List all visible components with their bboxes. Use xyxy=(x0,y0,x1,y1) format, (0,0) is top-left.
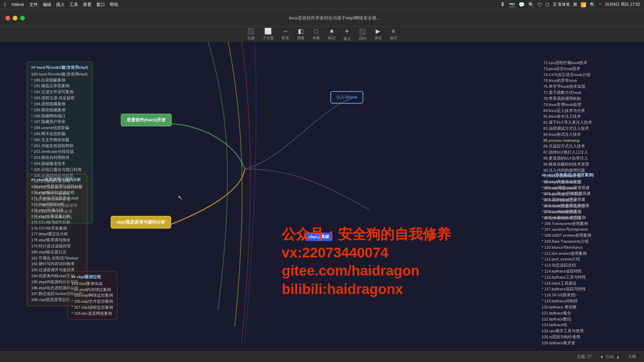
zoom-level[interactable]: ▼ 71% ▲ xyxy=(600,355,620,359)
toolbar-present[interactable]: ▶ 演说 xyxy=(374,27,382,41)
watermark-line2: vx:22073440074 xyxy=(282,244,451,262)
r2-item-109: * 109.Raw Tracepoints介绍 xyxy=(542,239,637,245)
search-status-icon: 🔍 xyxy=(528,2,534,7)
r-item-79: 79.linux常用hook处理 xyxy=(543,102,637,108)
toolbar-topic[interactable]: ⬛ 主题 xyxy=(247,27,255,41)
toolbar-insert[interactable]: + 插入 xyxy=(343,27,351,41)
r-item-81: 81.linux命令注入技术 xyxy=(543,114,637,120)
canvas-area[interactable]: ## hack与rootkit篇(含使用ebpf) 189.hack与rootk… xyxy=(0,42,644,351)
ebpf-item-175: 175.CO-RE与BTF分析 xyxy=(31,220,83,226)
zoom-value: 71% xyxy=(606,355,614,359)
minimize-button[interactable] xyxy=(13,16,17,20)
search-icon[interactable]: 🔍 xyxy=(590,2,595,7)
r2-item-120: 120.bpftrace-类别整 xyxy=(542,304,637,310)
menu-window[interactable]: 窗口 xyxy=(96,2,105,8)
r2-item-117: * 117.bpftrace追踪与特性 xyxy=(542,286,637,292)
toolbar-insert-label: 插入 xyxy=(343,36,351,41)
zen-icon: ⬛ xyxy=(359,28,366,36)
toolbar-subtopic-label: 子主题 xyxy=(263,36,274,41)
r2-item-115: * 115.bpftrace工具与特性 xyxy=(542,275,637,281)
r2-item-102: * 102.原生libbpf环境搭建 xyxy=(542,197,637,203)
r2-item-116: * 116.trace工具接近 xyxy=(542,281,637,287)
toolbar-present-label: 演说 xyxy=(374,36,382,41)
toolbar-frame-label: 外框 xyxy=(313,36,320,41)
ebpf-tool-button[interactable]: cbpf工具碰 xyxy=(305,233,332,241)
hack-item-205: * 205.分段口通信与墙口利用 xyxy=(31,167,88,173)
wechat-icon: 💬 xyxy=(519,2,525,8)
r2-item-106: * 106.Tracepoints使用案例 xyxy=(542,221,637,227)
fullscreen-button[interactable] xyxy=(20,16,25,20)
toolbar: ⬛ 主题 ⬜ 子主题 ↔ 联系 ◧ 摘要 □ 外框 ★ 标记 + 插入 ⬛ ZE… xyxy=(0,27,644,42)
zoom-down-icon[interactable]: ▼ xyxy=(600,355,604,359)
hack-item-203: * 203.模块自利用助持 xyxy=(31,155,88,161)
r-item-84: 84.linux射式注入技术 xyxy=(543,132,637,138)
node-ebpf-analysis[interactable]: ebpf底层原理与源码分析 xyxy=(111,216,171,229)
hack-item-193: * 193.进程注进-自定提权 xyxy=(31,95,88,101)
node-hack-dev[interactable]: 恶意软件(hack)开发 xyxy=(121,114,172,126)
r-item-76: 76.单字节hook技术实现 xyxy=(543,84,637,90)
r2-item-122: 122.bpftrace数结 xyxy=(542,316,637,322)
ebpf-item-169: 169.ebpf底层原理与源码分析 xyxy=(31,184,83,190)
connect-icon: ↔ xyxy=(282,28,288,35)
node-inject-hook[interactable]: 注入与hook xyxy=(330,91,363,104)
titlebar: linux恶意软件开发对抗与基于ebpf网络安全视... xyxy=(0,9,644,27)
toolbar-format[interactable]: ≡ 格式 xyxy=(390,28,397,41)
menu-help[interactable]: 帮助 xyxy=(110,2,118,8)
zoom-up-icon[interactable]: ▲ xyxy=(616,355,620,359)
r2-item-99: * 99.ebpf开发基础介绍 xyxy=(542,179,637,185)
control-icon: ⎖ xyxy=(599,2,601,7)
r2-item-119: * 119.bpftrace控制控 xyxy=(542,298,637,304)
menu-tools[interactable]: 工具 xyxy=(69,2,78,8)
hack-item-191: * 191.键盘记录恶案例 xyxy=(31,83,88,89)
r-item-80: 80.linux定入技术与分类 xyxy=(543,108,637,114)
toolbar-connect-label: 联系 xyxy=(282,36,289,41)
hack-item-190: * 190.白杂隐蔽案例 xyxy=(31,77,88,83)
r2-item-112: * 112.perf_events介绍 xyxy=(542,256,637,262)
r-item-82: 82.基于ELF导入表注入技术 xyxy=(543,120,637,126)
menu-file[interactable]: 文件 xyxy=(29,2,38,8)
hack-item-196: * 196.隐藏网络端口 xyxy=(31,113,88,119)
r-item-74: 74.C#与其它语言hook介绍 xyxy=(543,72,637,78)
case-item-158: * 158.bbc底层网络案例 xyxy=(71,311,113,317)
r2-item-107: * 107.uprobes与uretprobes xyxy=(542,227,637,233)
menu-insert[interactable]: 插入 xyxy=(56,2,65,8)
r2-item-110: * 110.kfuncs与kretfuncs xyxy=(542,245,637,251)
close-button[interactable] xyxy=(5,16,10,20)
watermark-line3: gitee.com/haidragon xyxy=(282,262,451,280)
case-item-153: 153.ebpf案例实战 xyxy=(71,281,113,287)
ebpf-item-173: 173.wbpf反编介绍 xyxy=(31,207,83,214)
hack-item-192: * 192.过滤文件读写案例 xyxy=(31,89,88,95)
case-item-156: * 156.ebpf文件监控案例 xyxy=(71,299,113,305)
r2-item-111: * 111.lsm probes使用案例 xyxy=(542,251,637,257)
menu-items: 文件 编辑 插入 工具 查看 窗口 帮助 xyxy=(29,2,118,8)
menu-edit[interactable]: 编辑 xyxy=(43,2,51,8)
r-item-75: 75.linux的异常hook xyxy=(543,78,637,84)
toolbar-zen[interactable]: ⬛ ZEN xyxy=(359,28,366,40)
toolbar-topic-label: 主题 xyxy=(247,36,255,41)
theme-count-label: 主题: 27 xyxy=(577,354,592,360)
r2-item-114: * 114.bpftrace追踪特性 xyxy=(542,268,637,275)
r2-item-105: * 105.kretprobes使用案例 xyxy=(542,215,637,221)
r2-item-104: * 104.kprobes使用案例 xyxy=(542,209,637,215)
r2-item-121: 121.bpftrace集合 xyxy=(542,310,637,316)
r-item-83: 83.远程调试方式注入技术 xyxy=(543,126,637,132)
ebpf-item-178: 178.ebpf客库调与指令 xyxy=(31,237,83,243)
node-ebpf-label: ebpf底层原理与源码分析 xyxy=(117,220,165,225)
toolbar-marker[interactable]: ★ 标记 xyxy=(328,27,335,41)
r2-item-126: 126.bpftrace集开发 xyxy=(542,340,637,346)
menu-view[interactable]: 查看 xyxy=(83,2,92,8)
r-item-87: 87.劫持ELF执行入口注入 xyxy=(543,149,637,156)
outline-button[interactable]: 大纲 xyxy=(628,354,636,360)
toolbar-frame[interactable]: □ 外框 xyxy=(313,28,320,41)
toolbar-connect[interactable]: ↔ 联系 xyxy=(282,28,289,41)
toolbar-subtopic[interactable]: ⬜ 子主题 xyxy=(263,27,274,41)
ebpf-item-171: 171.手动编译加载原生ebpf xyxy=(31,195,83,201)
ebpf-item-181: 181.可视化:控制流与helper xyxy=(31,255,83,261)
toolbar-summary[interactable]: ◧ 摘要 xyxy=(297,27,305,41)
app-name[interactable]: XMind xyxy=(11,2,24,7)
hack-item-195: * 195.模块隐藏案例 xyxy=(31,107,88,113)
apple-menu[interactable]:  xyxy=(4,2,6,8)
toolbar-format-label: 格式 xyxy=(390,36,397,41)
right-panel-mid: ## ebpf开发基础(多语言案例) * 99.ebpf开发基础介绍 * 100… xyxy=(542,172,637,346)
bluetooth-icon: ⬡ xyxy=(545,2,549,7)
